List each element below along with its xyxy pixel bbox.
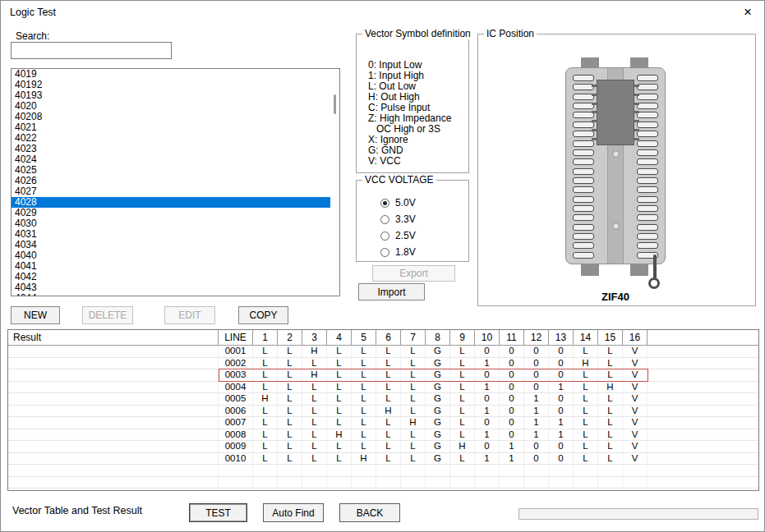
device-list-item[interactable]: 40193 <box>12 90 330 101</box>
device-list[interactable]: 4019401924019340204020840214022402340244… <box>11 68 340 296</box>
zif-pin-slot <box>637 94 658 100</box>
zif-pin-slot <box>637 158 658 165</box>
vector-cell <box>352 488 376 491</box>
device-list-item[interactable]: 4023 <box>12 144 330 154</box>
vector-cell: G <box>426 441 450 452</box>
table-row[interactable]: 0006LLLLLHLGL1010LLV <box>8 406 758 418</box>
device-list-item[interactable]: 4044 <box>12 293 330 296</box>
vector-cell: L <box>278 453 302 465</box>
device-list-item[interactable]: 40192 <box>12 80 330 90</box>
table-row[interactable]: 0010LLLLHLLGL1100LLV <box>8 453 758 466</box>
vcc-option-label: 2.5V <box>395 230 416 241</box>
device-list-item[interactable]: 4042 <box>12 272 330 282</box>
vector-cell: 1 <box>524 393 549 405</box>
device-list-item[interactable]: 4031 <box>12 229 330 240</box>
table-row[interactable]: 0005HLLLLLLGL0010LLV <box>8 393 758 406</box>
table-row[interactable]: 0001LLHLLLLGL0000LLV <box>8 346 758 358</box>
vcc-option-label: 1.8V <box>395 246 416 258</box>
radio-icon[interactable] <box>380 199 389 208</box>
back-button[interactable]: BACK <box>339 503 400 522</box>
vector-cell: V <box>623 369 647 381</box>
zif-pin-slot <box>637 214 658 221</box>
delete-button[interactable]: DELETE <box>82 306 133 324</box>
copy-button[interactable]: COPY <box>238 306 288 324</box>
device-list-item[interactable]: 4030 <box>12 218 330 229</box>
auto-find-button[interactable]: Auto Find <box>263 503 324 522</box>
vector-cell <box>450 488 475 491</box>
vector-cell: L <box>450 417 475 429</box>
device-list-item[interactable]: 4019 <box>12 69 330 80</box>
test-button[interactable]: TEST <box>189 503 247 522</box>
pin-column-header: 12 <box>524 330 549 345</box>
radio-icon[interactable] <box>380 232 389 241</box>
zif-pin-slot <box>637 177 658 184</box>
vector-cell: L <box>352 406 376 417</box>
device-list-item[interactable]: 4028 <box>12 197 330 208</box>
device-list-item[interactable]: 4040 <box>12 250 330 261</box>
search-input[interactable] <box>11 42 172 59</box>
table-row[interactable]: 0008LLLHLLLGL1011LLV <box>8 429 758 442</box>
line-number-cell: 0008 <box>219 429 253 441</box>
row-filler <box>647 406 758 417</box>
vector-cell: 1 <box>475 453 500 465</box>
vector-cell: L <box>352 369 376 381</box>
vector-cell: G <box>426 417 450 429</box>
vector-cell <box>500 488 524 491</box>
radio-icon[interactable] <box>380 215 389 224</box>
device-list-item[interactable]: 4027 <box>12 186 330 197</box>
device-list-item[interactable]: 4021 <box>12 122 330 133</box>
vcc-option-5-0V[interactable]: 5.0V <box>357 195 468 211</box>
device-list-item[interactable]: 4025 <box>12 165 330 176</box>
edit-button[interactable]: EDIT <box>164 306 215 324</box>
chip-pin <box>592 129 597 131</box>
vector-cell <box>574 465 598 476</box>
device-list-item[interactable]: 4022 <box>12 133 330 144</box>
zif-pin-slot <box>637 186 658 193</box>
vector-cell: L <box>302 358 327 369</box>
vector-cell <box>253 488 278 491</box>
table-row[interactable]: 0007LLLLLLHGL0011LLV <box>8 417 758 429</box>
vector-cell: L <box>376 429 401 441</box>
radio-icon[interactable] <box>380 248 389 257</box>
zif-pin-slot <box>637 84 658 90</box>
vcc-option-1-8V[interactable]: 1.8V <box>357 244 468 260</box>
zif-pin-slot <box>573 205 594 212</box>
table-row[interactable]: 0004LLLLLLLGL1001LHV <box>8 382 758 394</box>
close-icon[interactable]: × <box>738 3 758 21</box>
pin-column-header: 7 <box>401 330 426 345</box>
vcc-option-2-5V[interactable]: 2.5V <box>357 227 468 244</box>
scrollbar-thumb[interactable] <box>334 94 336 114</box>
device-list-item[interactable]: 4024 <box>12 154 330 165</box>
table-row[interactable]: 0003LLHLLLLGL0000LLV <box>8 369 758 382</box>
table-row[interactable]: 0009LLLLLLLGH0100LLV <box>8 441 758 453</box>
import-button[interactable]: Import <box>358 283 425 300</box>
vector-cell: 0 <box>549 406 574 417</box>
vector-cell: H <box>574 358 598 369</box>
vector-cell: L <box>253 406 278 417</box>
export-button[interactable]: Export <box>372 265 455 282</box>
device-list-item[interactable]: 4029 <box>12 208 330 218</box>
table-row-empty <box>8 465 758 477</box>
device-list-item[interactable]: 4020 <box>12 101 330 112</box>
device-list-item[interactable]: 4041 <box>12 261 330 272</box>
vector-cell: L <box>278 382 302 393</box>
vector-cell: 0 <box>549 346 574 357</box>
vector-cell: L <box>352 417 376 429</box>
table-row[interactable]: 0002LLLLLLLGL1000HLV <box>8 358 758 370</box>
device-list-item[interactable]: 4026 <box>12 176 330 186</box>
device-list-scrollbar[interactable] <box>330 69 339 296</box>
zif-pin-slot <box>637 112 658 118</box>
zif-pin-slot <box>637 75 658 81</box>
vector-cell: L <box>302 382 327 393</box>
search-label: Search: <box>16 30 49 42</box>
table-row-empty <box>8 488 758 491</box>
vector-cell: L <box>352 346 376 357</box>
pin-column-header: 5 <box>352 330 376 345</box>
vcc-option-3-3V[interactable]: 3.3V <box>357 211 468 227</box>
device-list-item[interactable]: 4034 <box>12 240 330 250</box>
new-button[interactable]: NEW <box>11 306 60 324</box>
zif-pins-right <box>637 75 658 259</box>
device-list-item[interactable]: 40208 <box>12 112 330 122</box>
vector-cell <box>549 477 574 488</box>
device-list-item[interactable]: 4043 <box>12 282 330 293</box>
